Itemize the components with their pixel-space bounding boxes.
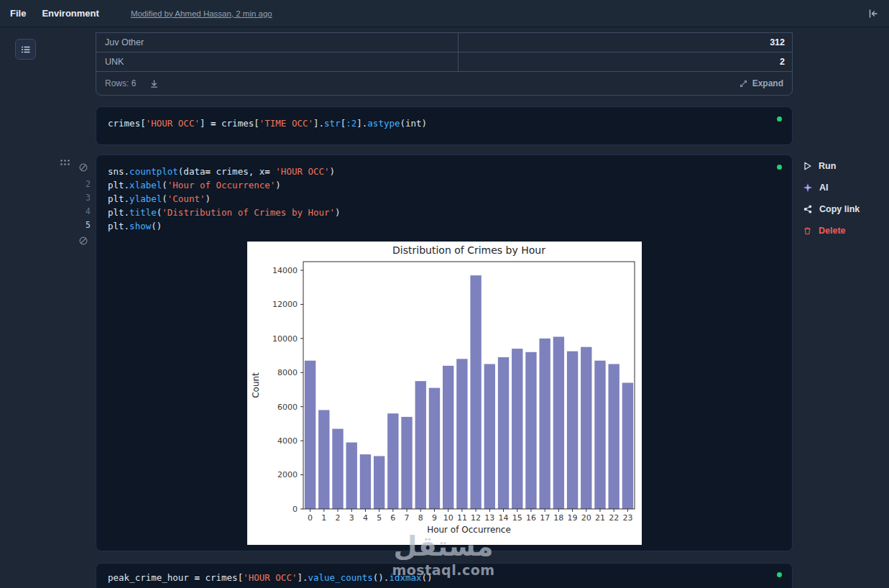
- svg-text:12: 12: [471, 513, 481, 523]
- svg-text:7: 7: [404, 513, 409, 523]
- svg-text:0: 0: [293, 505, 298, 514]
- svg-text:13: 13: [484, 513, 494, 523]
- svg-text:17: 17: [540, 513, 550, 523]
- svg-text:4: 4: [362, 513, 367, 523]
- line-numbers: 2 3 4 5: [70, 178, 91, 232]
- notebook-app: File Environment Modified by Ahmed Hassa…: [0, 0, 889, 588]
- svg-text:18: 18: [553, 513, 563, 523]
- expand-icon: [739, 79, 748, 88]
- toc-button[interactable]: [15, 39, 36, 60]
- sparkle-icon: [803, 183, 813, 193]
- row-label: UNK: [96, 52, 459, 71]
- menu-environment[interactable]: Environment: [42, 8, 98, 19]
- svg-text:11: 11: [456, 513, 466, 523]
- code-line[interactable]: plt.ylabel('Count'): [108, 192, 749, 206]
- code-cell-peak-hour: peak_crime_hour = crimes['HOUR OCC'].val…: [96, 563, 793, 588]
- table-row: UNK 2: [96, 52, 792, 72]
- svg-text:6000: 6000: [277, 403, 298, 412]
- delete-button[interactable]: Delete: [803, 224, 860, 236]
- svg-text:22: 22: [609, 513, 619, 523]
- drag-handle-icon[interactable]: [60, 159, 70, 166]
- rows-count: Rows: 6: [105, 78, 136, 88]
- svg-text:16: 16: [525, 513, 535, 523]
- row-label: Juv Other: [96, 33, 459, 52]
- copy-link-button[interactable]: Copy link: [803, 203, 860, 215]
- svg-text:2: 2: [335, 513, 340, 523]
- svg-text:8: 8: [418, 513, 423, 523]
- svg-text:3: 3: [349, 513, 354, 523]
- svg-text:10000: 10000: [272, 334, 298, 344]
- chart-output: 0200040006000800010000120001400001234567…: [247, 242, 642, 545]
- svg-text:20: 20: [581, 513, 591, 523]
- svg-text:14: 14: [498, 513, 508, 523]
- run-icon: [803, 161, 812, 171]
- svg-text:5: 5: [377, 513, 382, 523]
- cell-actions-panel: Run AI Copy link: [803, 160, 860, 236]
- code-line[interactable]: sns.countplot(data= crimes, x= 'HOUR OCC…: [108, 165, 749, 178]
- status-indicator: [777, 572, 782, 577]
- svg-text:1: 1: [321, 513, 326, 523]
- svg-text:10: 10: [443, 513, 453, 523]
- code-cell-countplot: sns.countplot(data= crimes, x= 'HOUR OCC…: [96, 155, 793, 551]
- menu-file[interactable]: File: [10, 8, 26, 19]
- status-indicator: [777, 116, 782, 121]
- code-cell-hour-extract: crimes['HOUR OCC'] = crimes['TIME OCC'].…: [96, 106, 793, 145]
- svg-text:9: 9: [431, 513, 436, 523]
- svg-text:6: 6: [390, 513, 395, 523]
- svg-text:0: 0: [308, 513, 313, 523]
- svg-text:21: 21: [594, 513, 604, 523]
- svg-text:23: 23: [622, 513, 632, 523]
- svg-text:12000: 12000: [272, 300, 298, 309]
- svg-text:14000: 14000: [272, 266, 298, 275]
- run-button[interactable]: Run: [803, 160, 860, 172]
- code-line[interactable]: crimes['HOUR OCC'] = crimes['TIME OCC'].…: [108, 116, 749, 130]
- collapse-panel-icon[interactable]: [867, 8, 879, 19]
- table-footer: Rows: 6 Expand: [96, 72, 792, 95]
- list-icon: [20, 44, 32, 55]
- svg-text:19: 19: [567, 513, 577, 523]
- code-line[interactable]: plt.show(): [108, 219, 749, 233]
- code-editor[interactable]: peak_crime_hour = crimes['HOUR OCC'].val…: [96, 564, 792, 588]
- expand-button[interactable]: Expand: [739, 78, 783, 88]
- row-value: 2: [459, 52, 792, 71]
- svg-text:15: 15: [512, 513, 522, 523]
- svg-text:2000: 2000: [277, 470, 298, 479]
- expand-label: Expand: [752, 78, 783, 88]
- trash-icon: [803, 226, 812, 236]
- share-icon: [803, 204, 813, 214]
- svg-text:Count: Count: [251, 372, 261, 398]
- row-value: 312: [459, 33, 792, 52]
- table-row: Juv Other 312: [96, 33, 792, 52]
- hide-output-icon[interactable]: [78, 236, 88, 246]
- cell-output: 0200040006000800010000120001400001234567…: [96, 240, 792, 551]
- hide-input-icon[interactable]: [78, 162, 88, 173]
- code-editor[interactable]: crimes['HOUR OCC'] = crimes['TIME OCC'].…: [96, 107, 792, 137]
- modified-link[interactable]: Modified by Ahmed Hassan, 2 min ago: [131, 9, 272, 18]
- topbar: File Environment Modified by Ahmed Hassa…: [0, 0, 889, 27]
- svg-text:Hour of Occurrence: Hour of Occurrence: [427, 525, 511, 535]
- svg-text:Distribution of Crimes by Hour: Distribution of Crimes by Hour: [392, 244, 545, 256]
- svg-text:8000: 8000: [277, 368, 298, 377]
- code-line[interactable]: peak_crime_hour = crimes['HOUR OCC'].val…: [108, 571, 749, 584]
- code-editor[interactable]: sns.countplot(data= crimes, x= 'HOUR OCC…: [96, 155, 792, 240]
- dataframe-preview: Juv Other 312 UNK 2 Rows: 6: [96, 32, 793, 96]
- download-icon[interactable]: [149, 78, 160, 89]
- svg-text:4000: 4000: [277, 436, 298, 446]
- code-line[interactable]: plt.title('Distribution of Crimes by Hou…: [108, 206, 749, 219]
- ai-button[interactable]: AI: [803, 181, 860, 193]
- status-indicator: [777, 165, 782, 170]
- code-line[interactable]: plt.xlabel('Hour of Occurrence'): [108, 178, 749, 192]
